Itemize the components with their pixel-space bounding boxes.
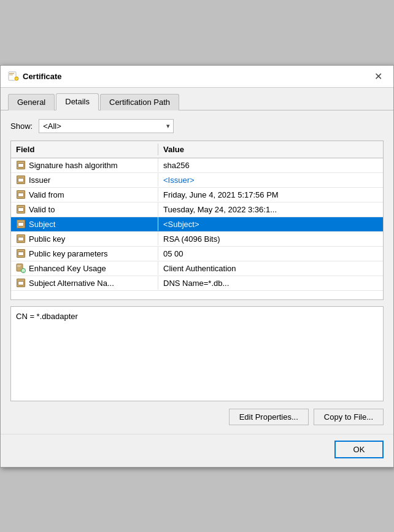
table-row[interactable]: Signature hash algorithm sha256 [11,158,383,173]
col-value: Value [158,144,383,155]
content-area: Show: <All> Version 1 Fields Only Extens… [1,110,393,434]
cert-icon [16,175,26,185]
table-row[interactable]: Subject Alternative Na... DNS Name=*.db.… [11,276,383,291]
close-button[interactable]: ✕ [370,68,386,84]
title-bar: Certificate ✕ [1,66,393,88]
cert-icon [16,204,26,214]
field-cell: Signature hash algorithm [11,158,158,172]
copy-to-file-button[interactable]: Copy to File... [314,409,384,425]
edit-properties-button[interactable]: Edit Properties... [229,409,309,425]
footer: OK [1,434,393,467]
tab-details[interactable]: Details [56,93,99,110]
table-row[interactable]: ↓ Enhanced Key Usage Client Authenticati… [11,261,383,276]
certificate-table: Field Value Signature hash algorithm sha… [10,141,384,300]
cert-icon [16,234,26,244]
table-row-selected[interactable]: Subject <Subject> [11,217,383,232]
svg-rect-1 [9,73,14,74]
title-bar-left: Certificate [8,71,62,82]
cert-icon [16,160,26,170]
certificate-dialog: Certificate ✕ General Details Certificat… [0,65,394,468]
table-row[interactable]: Public key RSA (4096 Bits) [11,232,383,247]
col-field: Field [11,144,158,155]
cert-icon [16,278,26,288]
field-cell: Subject [11,217,158,231]
value-cell: RSA (4096 Bits) [158,233,383,245]
field-cell: Valid to [11,202,158,216]
show-row: Show: <All> Version 1 Fields Only Extens… [10,119,384,133]
table-header: Field Value [11,141,383,158]
ok-button[interactable]: OK [334,441,384,458]
cert-icon [16,249,26,258]
value-cell: <Issuer> [158,174,383,187]
tab-certification-path[interactable]: Certification Path [100,94,179,110]
value-cell: Tuesday, May 24, 2022 3:36:1... [158,203,383,216]
field-cell: Public key [11,232,158,245]
detail-box: CN = *.dbadapter [10,306,384,401]
table-row[interactable]: Valid from Friday, June 4, 2021 5:17:56 … [11,188,383,202]
cert-icon [16,190,26,199]
svg-rect-6 [17,266,20,267]
table-row[interactable]: Valid to Tuesday, May 24, 2022 3:36:1... [11,202,383,217]
show-label: Show: [10,121,33,131]
field-cell: Issuer [11,173,158,187]
value-cell: Friday, June 4, 2021 5:17:56 PM [158,188,383,201]
action-buttons: Edit Properties... Copy to File... [10,409,384,425]
value-cell: DNS Name=*.db... [158,277,383,290]
show-select-wrapper: <All> Version 1 Fields Only Extensions O… [39,119,174,133]
detail-value: CN = *.dbadapter [16,312,78,321]
field-cell: ↓ Enhanced Key Usage [11,261,158,275]
field-cell: Public key parameters [11,247,158,260]
value-cell: Client Authentication [158,262,383,275]
value-cell: sha256 [158,159,383,172]
value-cell: <Subject> [158,218,383,231]
svg-point-3 [15,77,18,80]
cert-icon [16,219,26,229]
table-row[interactable]: Issuer <Issuer> [11,173,383,188]
field-cell: Valid from [11,188,158,201]
field-cell: Subject Alternative Na... [11,276,158,290]
table-row[interactable]: Public key parameters 05 00 [11,247,383,261]
svg-text:↓: ↓ [23,269,25,273]
table-body: Signature hash algorithm sha256 Issuer <… [11,158,383,299]
tabs-bar: General Details Certification Path [1,88,393,110]
value-cell: 05 00 [158,247,383,260]
tab-general[interactable]: General [8,94,55,110]
show-select[interactable]: <All> Version 1 Fields Only Extensions O… [39,119,174,133]
certificate-icon [8,71,19,82]
svg-rect-2 [9,75,13,75]
svg-rect-5 [17,265,21,266]
cert-dl-icon: ↓ [16,263,26,273]
dialog-title: Certificate [23,72,62,81]
